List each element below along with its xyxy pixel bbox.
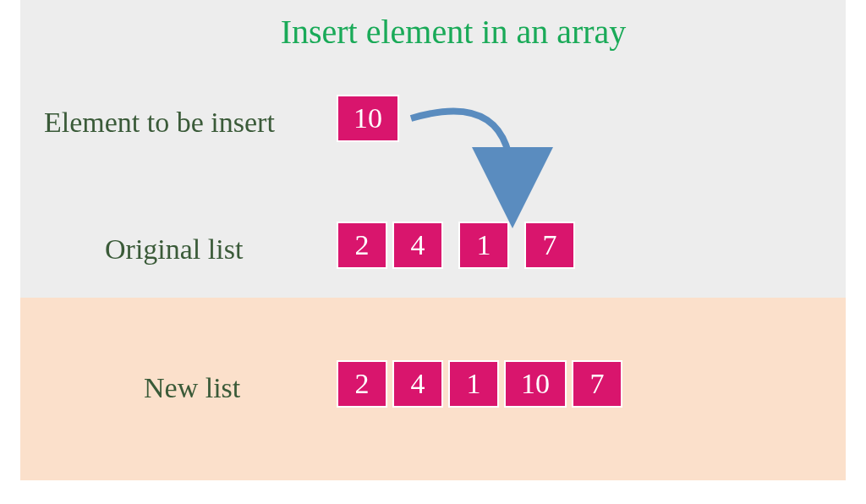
new-val-0: 2 <box>355 368 370 400</box>
original-box-0: 2 <box>337 222 387 269</box>
label-element-to-insert: Element to be insert <box>44 107 275 139</box>
new-box-0: 2 <box>337 360 387 408</box>
label-original-list: Original list <box>105 233 243 266</box>
insert-element-value: 10 <box>354 102 382 134</box>
original-box-3: 7 <box>524 222 575 269</box>
new-val-4: 7 <box>590 368 605 400</box>
new-box-3: 10 <box>504 360 567 408</box>
new-box-1: 4 <box>392 360 443 408</box>
new-val-2: 1 <box>467 368 481 400</box>
new-val-3: 10 <box>521 368 550 400</box>
original-val-2: 1 <box>477 229 491 261</box>
insert-arrow-icon <box>386 95 555 230</box>
new-val-1: 4 <box>411 368 425 400</box>
label-new-list: New list <box>144 372 240 404</box>
original-val-3: 7 <box>543 229 557 261</box>
original-box-2: 1 <box>458 222 509 269</box>
diagram-canvas: Insert element in an array Element to be… <box>0 0 866 504</box>
original-val-0: 2 <box>355 229 370 261</box>
original-box-1: 4 <box>392 222 443 269</box>
original-val-1: 4 <box>411 229 425 261</box>
new-box-4: 7 <box>572 360 622 408</box>
diagram-title: Insert element in an array <box>0 12 866 52</box>
new-box-2: 1 <box>448 360 499 408</box>
